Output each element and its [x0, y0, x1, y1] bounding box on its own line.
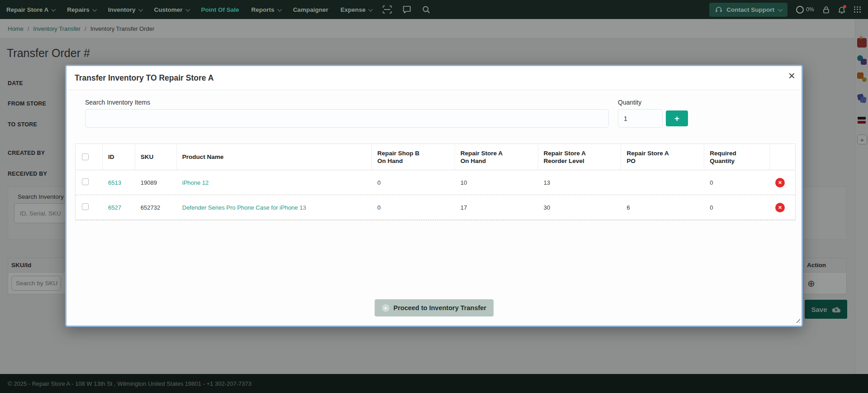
shop-b-on-hand-value: 0 — [372, 179, 455, 186]
item-id-link[interactable]: 6513 — [108, 179, 121, 186]
item-sku: 652732 — [135, 204, 177, 211]
required-quantity-value: 0 — [704, 179, 770, 186]
barcode-scan-icon[interactable] — [383, 5, 392, 14]
inventory-items-table: ID SKU Product Name Repair Shop BOn Hand… — [75, 144, 796, 220]
modal-title: Transfer Inventory TO Repair Store A — [75, 73, 213, 83]
chevron-down-icon — [185, 7, 190, 11]
contact-support-button[interactable]: Contact Support — [709, 3, 787, 17]
proceed-to-inventory-transfer-button[interactable]: + Proceed to Inventory Transfer — [375, 299, 493, 316]
modal-resize-handle[interactable] — [794, 317, 800, 323]
product-name-link[interactable]: iPhone 12 — [182, 179, 209, 186]
table-row: 6527 652732 Defender Series Pro Phone Ca… — [76, 195, 795, 220]
chevron-down-icon — [138, 7, 143, 11]
nav-expense[interactable]: Expense — [341, 6, 372, 13]
delete-row-icon[interactable]: ✕ — [775, 203, 785, 212]
po-value: 6 — [621, 204, 704, 211]
nav-store-menu[interactable]: Repair Store A — [6, 6, 55, 13]
chevron-down-icon — [368, 7, 373, 11]
col-header-reorder-level: Repair Store AReorder Level — [538, 144, 621, 170]
add-quantity-button[interactable]: + — [666, 110, 688, 126]
notifications-bell-icon[interactable] — [838, 6, 845, 14]
search-icon[interactable] — [422, 5, 430, 14]
nav-reports-label: Reports — [251, 6, 275, 13]
quantity-input[interactable] — [618, 109, 663, 128]
store-a-on-hand-value: 17 — [455, 204, 538, 211]
nav-pos-label: Point Of Sale — [201, 6, 239, 13]
modal-search-input[interactable] — [85, 109, 609, 128]
quantity-label: Quantity — [618, 99, 641, 106]
storage-usage-indicator[interactable]: 0% — [796, 6, 814, 14]
chevron-down-icon — [277, 7, 282, 11]
app-root: Repair Store A Repairs Inventory Custome… — [0, 0, 868, 393]
required-quantity-value: 0 — [704, 204, 770, 211]
table-row: 6513 19089 iPhone 12 0 10 13 0 ✕ — [76, 170, 795, 195]
close-icon[interactable]: × — [788, 70, 795, 81]
lock-icon[interactable] — [823, 6, 830, 14]
notification-dot — [843, 5, 846, 8]
nav-campaigner[interactable]: Campaigner — [293, 6, 328, 13]
table-header-row: ID SKU Product Name Repair Shop BOn Hand… — [76, 144, 795, 170]
nav-inventory-label: Inventory — [108, 6, 136, 13]
apps-grid-icon[interactable] — [854, 6, 861, 13]
col-header-sku: SKU — [135, 144, 177, 170]
usage-percent-label: 0% — [806, 6, 814, 13]
shop-b-on-hand-value: 0 — [372, 204, 455, 211]
chevron-down-icon — [52, 7, 56, 11]
col-header-id: ID — [103, 144, 135, 170]
nav-expense-label: Expense — [341, 6, 366, 13]
col-header-shop-b-on-hand: Repair Shop BOn Hand — [372, 144, 455, 170]
usage-ring-icon — [796, 6, 804, 14]
contact-support-label: Contact Support — [726, 6, 774, 13]
transfer-inventory-modal: Transfer Inventory TO Repair Store A × S… — [65, 65, 803, 327]
item-id-link[interactable]: 6527 — [108, 204, 121, 211]
nav-repairs-label: Repairs — [67, 6, 90, 13]
nav-repairs[interactable]: Repairs — [67, 6, 96, 13]
col-header-actions — [770, 144, 795, 170]
nav-customer-label: Customer — [154, 6, 183, 13]
modal-header: Transfer Inventory TO Repair Store A × — [66, 66, 802, 90]
delete-row-icon[interactable]: ✕ — [775, 178, 785, 187]
col-header-po: Repair Store APO — [621, 144, 704, 170]
headset-icon — [715, 6, 722, 13]
reorder-level-value: 30 — [538, 204, 621, 211]
col-header-store-a-on-hand: Repair Store AOn Hand — [455, 144, 538, 170]
modal-search-label: Search Inventory Items — [85, 99, 150, 106]
navbar-right-group: Contact Support 0% — [709, 3, 868, 17]
proceed-button-label: Proceed to Inventory Transfer — [394, 304, 486, 312]
row-checkbox[interactable] — [82, 203, 89, 210]
chevron-down-icon — [778, 7, 783, 11]
nav-reports[interactable]: Reports — [251, 6, 281, 13]
store-a-on-hand-value: 10 — [455, 179, 538, 186]
nav-customer[interactable]: Customer — [154, 6, 189, 13]
circle-plus-icon: + — [382, 304, 389, 312]
select-all-checkbox[interactable] — [82, 153, 89, 160]
nav-campaigner-label: Campaigner — [293, 6, 328, 13]
chat-icon[interactable] — [403, 5, 411, 14]
modal-body: Search Inventory Items Quantity + ID SKU… — [66, 90, 802, 324]
reorder-level-value: 13 — [538, 179, 621, 186]
col-header-required-quantity: RequiredQuantity — [704, 144, 770, 170]
nav-point-of-sale[interactable]: Point Of Sale — [201, 6, 239, 13]
chevron-down-icon — [92, 7, 97, 11]
product-name-link[interactable]: Defender Series Pro Phone Case for iPhon… — [182, 204, 306, 211]
row-checkbox[interactable] — [82, 178, 89, 185]
item-sku: 19089 — [135, 179, 177, 186]
nav-inventory[interactable]: Inventory — [108, 6, 142, 13]
nav-store-label: Repair Store A — [6, 6, 48, 13]
col-header-product-name: Product Name — [177, 144, 372, 170]
top-navbar: Repair Store A Repairs Inventory Custome… — [0, 0, 868, 19]
